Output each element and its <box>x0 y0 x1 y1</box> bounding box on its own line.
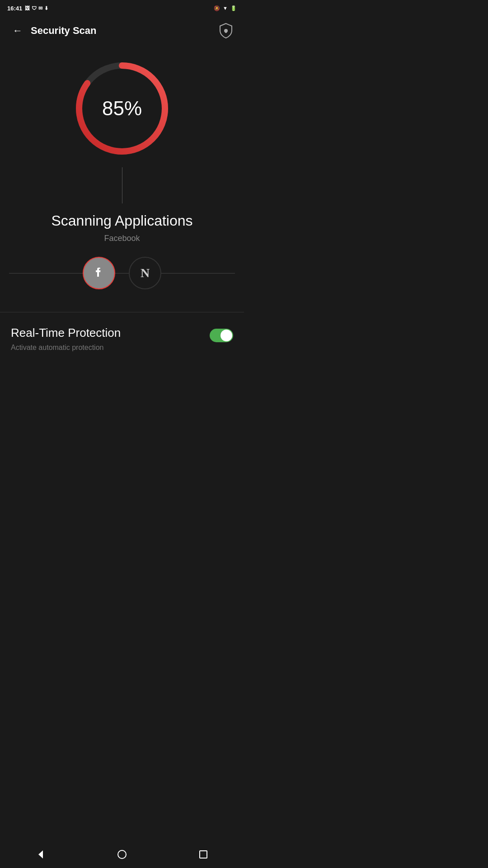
current-app-name: Facebook <box>104 234 140 243</box>
download-icon: ⬇ <box>44 5 48 11</box>
top-bar: ← Security Scan <box>0 16 244 45</box>
protection-subtitle: Activate automatic protection <box>11 344 210 352</box>
time-display: 16:41 <box>7 5 22 12</box>
image-icon: 🖼 <box>25 5 30 11</box>
mute-icon: 🔕 <box>214 5 220 11</box>
scan-area: 85% Scanning Applications Facebook N <box>0 45 244 312</box>
mail-icon: ✉ <box>38 5 42 11</box>
back-button[interactable]: ← <box>9 21 26 40</box>
protection-title: Real-Time Protection <box>11 326 210 340</box>
progress-percent: 85% <box>102 97 142 120</box>
status-bar: 16:41 🖼 🛡 ✉ ⬇ 🔕 ▼ 🔋 <box>0 0 244 16</box>
app-icons-row: N <box>9 257 235 289</box>
connector-line <box>122 167 122 203</box>
shield-header-icon <box>217 22 235 40</box>
progress-ring: 85% <box>72 59 172 158</box>
battery-icon: 🔋 <box>230 5 237 11</box>
scanning-title: Scanning Applications <box>51 212 192 229</box>
app-icon-netflix: N <box>129 257 161 289</box>
page-title: Security Scan <box>31 25 217 37</box>
wifi-icon: ▼ <box>223 5 228 11</box>
app-icon-facebook <box>83 257 115 289</box>
svg-rect-1 <box>225 31 227 33</box>
protection-section: Real-Time Protection Activate automatic … <box>0 312 244 365</box>
protection-toggle[interactable] <box>210 329 233 342</box>
toggle-knob <box>221 330 232 341</box>
protection-text: Real-Time Protection Activate automatic … <box>11 326 210 352</box>
protection-toggle-wrapper[interactable] <box>210 329 233 342</box>
shield-status-icon: 🛡 <box>32 5 37 11</box>
